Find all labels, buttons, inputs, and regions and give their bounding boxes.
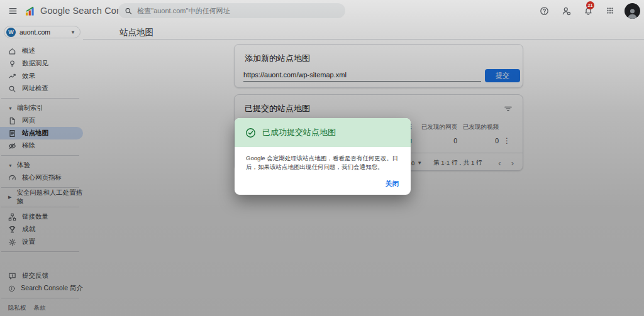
check-circle-icon <box>245 128 256 138</box>
close-button[interactable]: 关闭 <box>386 180 399 188</box>
sitemap-submitted-dialog: 已成功提交站点地图 Google 会定期处理该站点地图，看看是否有任何更改。日后… <box>235 118 411 195</box>
dialog-title: 已成功提交站点地图 <box>262 127 336 138</box>
dialog-header: 已成功提交站点地图 <box>235 118 411 147</box>
search-console-app: Google Search Console 21 <box>0 0 644 316</box>
dialog-body-text: Google 会定期处理该站点地图，看看是否有任何更改。日后，如果该站点地图出现… <box>235 147 411 172</box>
